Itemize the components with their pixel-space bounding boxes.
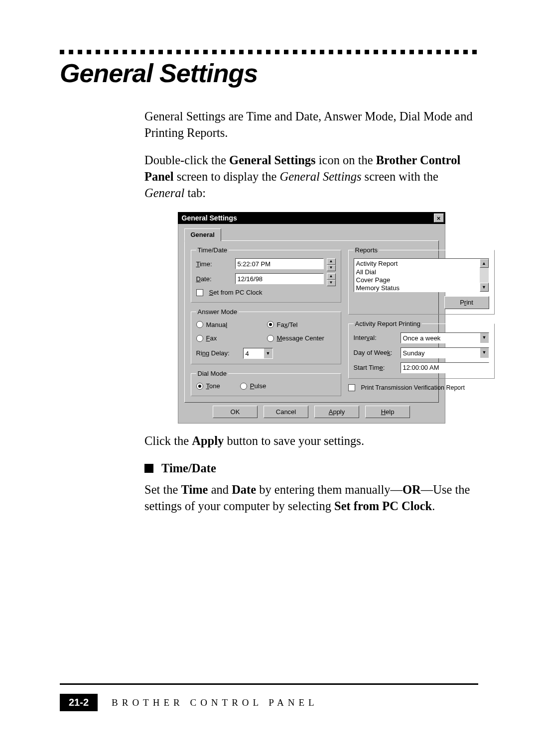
tab-general[interactable]: General [184, 228, 221, 241]
radio-manual[interactable]: Manual [196, 321, 265, 329]
intro-paragraph-1: General Settings are Time and Date, Answ… [144, 108, 478, 141]
start-time-input[interactable] [401, 362, 489, 373]
group-legend: Time/Date [196, 246, 229, 255]
interval-label: Interval: [354, 333, 398, 342]
group-legend: Dial Mode [196, 369, 229, 378]
group-answer-mode: Answer Mode Manual Fax/Tel Fax Message C… [191, 308, 341, 364]
listbox-scrollbar[interactable]: ▲ ▼ [480, 259, 489, 292]
group-legend: Answer Mode [196, 308, 239, 317]
scroll-up-icon: ▲ [480, 259, 489, 268]
start-time-label: Start Time: [354, 363, 398, 372]
general-settings-dialog: General Settings × General Time/Date Tim… [178, 212, 445, 424]
radio-pulse[interactable]: Pulse [240, 382, 267, 391]
day-of-week-label: Day of Week: [354, 348, 398, 357]
date-label: Date: [196, 275, 232, 284]
set-from-pc-label: Set from PC Clock [209, 288, 263, 297]
radio-fax[interactable]: Fax [196, 334, 265, 343]
apply-instruction: Click the Apply button to save your sett… [144, 432, 478, 449]
close-icon[interactable]: × [434, 214, 444, 222]
group-reports: Reports Activity Report All Dial Cover P… [348, 246, 495, 315]
dialog-title: General Settings [182, 214, 237, 223]
help-button[interactable]: Help [365, 406, 410, 419]
ok-button[interactable]: OK [213, 406, 258, 419]
set-from-pc-checkbox[interactable] [196, 289, 203, 296]
list-item[interactable]: Cover Page [356, 276, 478, 284]
footer-text: BROTHER CONTROL PANEL [112, 697, 318, 708]
list-item[interactable]: All Dial [356, 268, 478, 276]
radio-message-center[interactable]: Message Center [267, 334, 336, 343]
bullet-square-icon [144, 464, 153, 473]
interval-select[interactable]: Once a week▼ [401, 332, 489, 343]
intro-paragraph-2: Double-click the General Settings icon o… [144, 152, 478, 201]
list-item[interactable]: Memory Status [356, 284, 478, 292]
group-legend: Activity Report Printing [354, 320, 422, 328]
day-of-week-select[interactable]: Sunday▼ [401, 347, 489, 358]
group-time-date: Time/Date Time: ▲▼ Date: ▲▼ [191, 246, 341, 303]
group-activity-report-printing: Activity Report Printing Interval: Once … [348, 320, 495, 379]
radio-tone[interactable]: Tone [196, 382, 220, 391]
group-legend: Reports [354, 246, 380, 255]
scroll-down-icon: ▼ [480, 283, 489, 292]
reports-listbox[interactable]: Activity Report All Dial Cover Page Memo… [354, 258, 489, 292]
time-input[interactable] [235, 258, 324, 269]
apply-button[interactable]: Apply [314, 406, 359, 419]
page-title: General Settings [60, 58, 478, 88]
list-item[interactable]: Activity Report [356, 260, 478, 268]
page-number: 21-2 [60, 694, 98, 711]
ring-delay-label: Ring Delay: [196, 349, 240, 358]
decorative-dots [60, 50, 478, 54]
date-spinner[interactable]: ▲▼ [327, 273, 336, 284]
time-label: Time: [196, 260, 232, 269]
time-date-description: Set the Time and Date by entering them m… [144, 481, 478, 514]
ptvr-label: Print Transmission Verification Report [361, 384, 465, 392]
radio-fax-tel[interactable]: Fax/Tel [267, 321, 336, 329]
group-dial-mode: Dial Mode Tone Pulse [191, 369, 341, 396]
dialog-titlebar: General Settings × [178, 212, 445, 224]
date-input[interactable] [235, 273, 324, 284]
cancel-button[interactable]: Cancel [264, 406, 308, 419]
ring-delay-select[interactable]: 4▼ [243, 348, 273, 359]
ptvr-checkbox[interactable] [348, 384, 355, 391]
bullet-time-date: Time/Date [144, 460, 478, 476]
page-footer: 21-2 BROTHER CONTROL PANEL [60, 683, 478, 711]
print-button[interactable]: Print [444, 296, 489, 309]
time-spinner[interactable]: ▲▼ [327, 258, 336, 269]
